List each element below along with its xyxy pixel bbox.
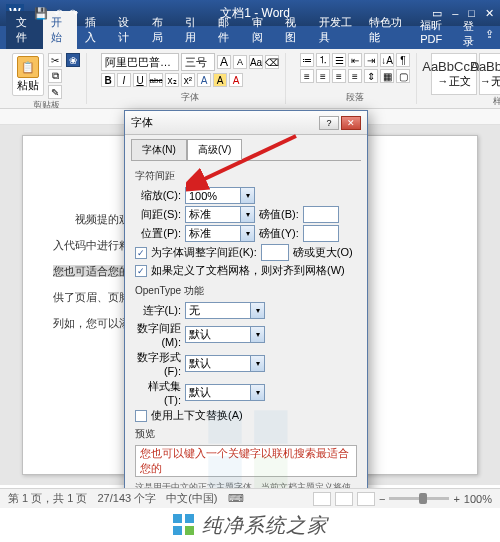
position-pts-label: 磅值(Y): xyxy=(259,226,299,241)
contextual-label: 使用上下文替换(A) xyxy=(151,408,243,423)
align-right-icon[interactable]: ≡ xyxy=(332,69,346,83)
ribbon-tabs: 文件 开始 插入 设计 布局 引用 邮件 审阅 视图 开发工具 特色功能 福昕P… xyxy=(0,26,500,49)
scale-label: 缩放(C): xyxy=(135,188,181,203)
page-count[interactable]: 第 1 页，共 1 页 xyxy=(8,491,87,506)
position-label: 位置(P): xyxy=(135,226,181,241)
tab-devtools[interactable]: 开发工具 xyxy=(311,11,362,49)
style-nospacing[interactable]: AaBbCcDc →无间隔 xyxy=(479,53,500,95)
tab-layout[interactable]: 布局 xyxy=(144,11,177,49)
dialog-close-button[interactable]: ✕ xyxy=(341,116,361,130)
group-font-label: 字体 xyxy=(181,91,199,104)
contextual-checkbox[interactable] xyxy=(135,410,147,422)
dialog-titlebar[interactable]: 字体 ? ✕ xyxy=(125,111,367,135)
copy-icon[interactable]: ⧉ xyxy=(48,69,62,83)
tab-references[interactable]: 引用 xyxy=(177,11,210,49)
status-bar: 第 1 页，共 1 页 27/143 个字 中文(中国) ⌨ − + 100% xyxy=(0,488,500,508)
borders-icon[interactable]: ▢ xyxy=(396,69,410,83)
bold-button[interactable]: B xyxy=(101,73,115,87)
zoom-out-button[interactable]: − xyxy=(379,493,385,505)
dialog-tabs: 字体(N) 高级(V) xyxy=(125,135,367,160)
paste-button[interactable]: 📋 粘贴 xyxy=(12,53,44,96)
sort-icon[interactable]: ↓A xyxy=(380,53,394,67)
tab-view[interactable]: 视图 xyxy=(277,11,310,49)
body-text: 视频提 xyxy=(53,213,108,225)
dialog-tab-font[interactable]: 字体(N) xyxy=(131,139,187,160)
text-effects-button[interactable]: A xyxy=(197,73,211,87)
signin-link[interactable]: 登录 xyxy=(463,19,477,49)
highlight-button[interactable]: A xyxy=(213,73,227,87)
subscript-button[interactable]: x₂ xyxy=(165,73,179,87)
underline-button[interactable]: U xyxy=(133,73,147,87)
spacing-pts-input[interactable] xyxy=(303,206,339,223)
read-mode-icon[interactable] xyxy=(313,492,331,506)
align-justify-icon[interactable]: ≡ xyxy=(348,69,362,83)
maximize-button[interactable]: □ xyxy=(468,7,475,20)
align-left-icon[interactable]: ≡ xyxy=(300,69,314,83)
web-layout-icon[interactable] xyxy=(357,492,375,506)
tab-insert[interactable]: 插入 xyxy=(77,11,110,49)
font-size-combo[interactable]: 三号 xyxy=(181,53,215,71)
zoom-slider[interactable] xyxy=(389,497,449,500)
bluetooth-icon[interactable]: ❀ xyxy=(66,53,80,67)
numform-combo[interactable]: 默认▾ xyxy=(185,355,265,372)
print-layout-icon[interactable] xyxy=(335,492,353,506)
superscript-button[interactable]: x² xyxy=(181,73,195,87)
word-count[interactable]: 27/143 个字 xyxy=(97,491,156,506)
ime-icon[interactable]: ⌨ xyxy=(228,492,244,505)
share-icon[interactable]: ⇪ xyxy=(485,28,494,41)
svg-rect-6 xyxy=(185,514,194,523)
shading-icon[interactable]: ▦ xyxy=(380,69,394,83)
zoom-level[interactable]: 100% xyxy=(464,493,492,505)
indent-inc-icon[interactable]: ⇥ xyxy=(364,53,378,67)
change-case-icon[interactable]: Aa xyxy=(249,55,263,69)
cut-icon[interactable]: ✂ xyxy=(48,53,62,67)
font-color-button[interactable]: A xyxy=(229,73,243,87)
font-name-combo[interactable]: 阿里巴巴普… xyxy=(101,53,179,71)
zoom-in-button[interactable]: + xyxy=(453,493,459,505)
numbering-icon[interactable]: ⒈ xyxy=(316,53,330,67)
indent-dec-icon[interactable]: ⇤ xyxy=(348,53,362,67)
kerning-checkbox[interactable]: ✓ xyxy=(135,247,147,259)
strike-button[interactable]: abc xyxy=(149,73,163,87)
tab-design[interactable]: 设计 xyxy=(110,11,143,49)
italic-button[interactable]: I xyxy=(117,73,131,87)
chevron-down-icon: ▾ xyxy=(240,226,254,241)
tab-special[interactable]: 特色功能 xyxy=(361,11,412,49)
kerning-suffix: 磅或更大(O) xyxy=(293,245,353,260)
chevron-down-icon: ▾ xyxy=(250,303,264,318)
snap-grid-checkbox[interactable]: ✓ xyxy=(135,265,147,277)
spacing-combo[interactable]: 标准▾ xyxy=(185,206,255,223)
styleset-combo[interactable]: 默认▾ xyxy=(185,384,265,401)
multilevel-icon[interactable]: ☰ xyxy=(332,53,346,67)
tab-review[interactable]: 审阅 xyxy=(244,11,277,49)
kerning-size-input[interactable] xyxy=(261,244,289,261)
position-combo[interactable]: 标准▾ xyxy=(185,225,255,242)
line-spacing-icon[interactable]: ⇕ xyxy=(364,69,378,83)
save-icon[interactable]: 💾 xyxy=(34,7,48,20)
clear-format-icon[interactable]: ⌫ xyxy=(265,55,279,69)
ligatures-combo[interactable]: 无▾ xyxy=(185,302,265,319)
close-button[interactable]: ✕ xyxy=(485,7,494,20)
scale-combo[interactable]: 100%▾ xyxy=(185,187,255,204)
chevron-down-icon: ▾ xyxy=(240,207,254,222)
spacing-pts-label: 磅值(B): xyxy=(259,207,299,222)
show-marks-icon[interactable]: ¶ xyxy=(396,53,410,67)
dialog-tab-advanced[interactable]: 高级(V) xyxy=(187,139,242,160)
ribbon: 📋 粘贴 ✂ ⧉ ✎ ❀ 剪贴板 阿里巴巴普… 三号 A A Aa ⌫ B xyxy=(0,49,500,109)
undo-icon[interactable]: ↶ xyxy=(54,7,63,20)
format-painter-icon[interactable]: ✎ xyxy=(48,85,62,99)
grow-font-icon[interactable]: A xyxy=(217,55,231,69)
dialog-help-button[interactable]: ? xyxy=(319,116,339,130)
language-button[interactable]: 中文(中国) xyxy=(166,491,217,506)
align-center-icon[interactable]: ≡ xyxy=(316,69,330,83)
shrink-font-icon[interactable]: A xyxy=(233,55,247,69)
redo-icon[interactable]: ↷ xyxy=(69,7,78,20)
numspacing-combo[interactable]: 默认▾ xyxy=(185,326,265,343)
group-paragraph: ≔ ⒈ ☰ ⇤ ⇥ ↓A ¶ ≡ ≡ ≡ ≡ ⇕ ▦ ▢ 段落 xyxy=(294,53,417,104)
paste-icon: 📋 xyxy=(17,56,39,78)
tab-mailings[interactable]: 邮件 xyxy=(210,11,243,49)
bullets-icon[interactable]: ≔ xyxy=(300,53,314,67)
tab-foxit[interactable]: 福昕PDF xyxy=(412,14,463,49)
position-pts-input[interactable] xyxy=(303,225,339,242)
section-spacing-label: 字符间距 xyxy=(135,169,357,183)
